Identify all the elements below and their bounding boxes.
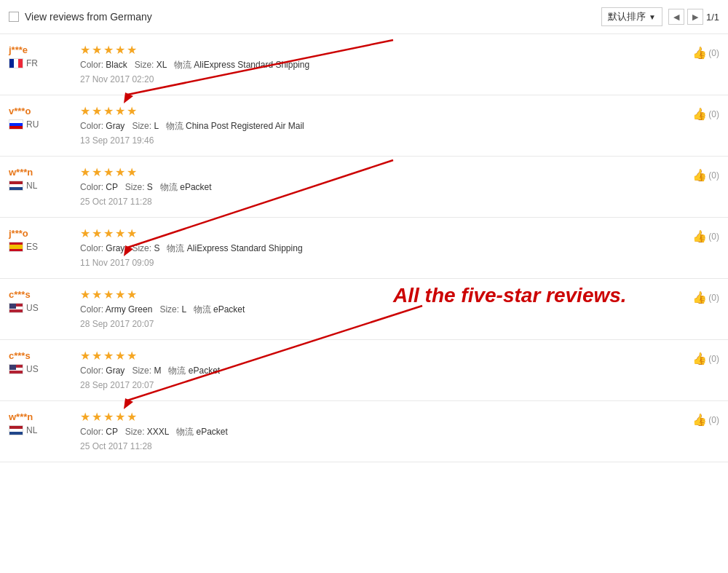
review-meta: Color: CP Size: XXXL 物流 ePacket xyxy=(80,426,676,438)
like-button[interactable]: 👍 xyxy=(692,168,707,182)
size-label: Size: xyxy=(132,243,151,253)
shipping-value: ePacket xyxy=(196,427,227,437)
review-date: 28 Sep 2017 20:07 xyxy=(80,380,676,390)
shipping-value: AliExpress Standard Shipping xyxy=(194,60,309,70)
like-col: 👍 (0) xyxy=(676,289,719,304)
country-flag-icon xyxy=(9,364,23,374)
star-icon: ★ xyxy=(115,167,125,178)
size-label: Size: xyxy=(125,427,145,437)
shipping-label: 物流 xyxy=(174,60,191,70)
color-value: Gray xyxy=(106,121,124,131)
review-item: w***n NL ★★★★★ Color: CP Size: XXXL xyxy=(0,401,728,462)
like-col: 👍 (0) xyxy=(676,350,719,365)
star-icon: ★ xyxy=(80,106,90,117)
sort-dropdown[interactable]: 默认排序 ▼ xyxy=(601,7,662,26)
review-main-col: ★★★★★ Color: Gray Size: M 物流 ePacket 28 … xyxy=(74,350,676,390)
color-value: CP xyxy=(106,182,117,192)
star-icon: ★ xyxy=(80,289,90,301)
size-value: S xyxy=(147,182,153,192)
country-code: RU xyxy=(26,119,39,130)
stars-row: ★★★★★ xyxy=(80,411,676,423)
size-value: M xyxy=(154,365,161,376)
star-icon: ★ xyxy=(103,167,114,178)
username[interactable]: j***e xyxy=(9,44,28,55)
stars-row: ★★★★★ xyxy=(80,167,676,178)
review-date: 28 Sep 2017 20:07 xyxy=(80,319,676,329)
size-value: L xyxy=(154,121,158,131)
like-count: (0) xyxy=(708,354,719,364)
review-item: w***n NL ★★★★★ Color: CP Size: S 物流 xyxy=(0,157,728,218)
color-label: Color: xyxy=(80,365,103,376)
star-icon: ★ xyxy=(127,289,137,301)
size-value: S xyxy=(154,243,159,253)
like-col: 👍 (0) xyxy=(676,44,719,60)
size-label: Size: xyxy=(159,304,179,315)
review-user-col: c***s US xyxy=(9,289,74,313)
review-main-col: ★★★★★ Color: Gray Size: L 物流 China Post … xyxy=(74,106,676,146)
user-country: FR xyxy=(9,58,74,68)
star-icon: ★ xyxy=(103,228,114,240)
like-button[interactable]: 👍 xyxy=(692,413,707,427)
user-country: ES xyxy=(9,242,74,252)
color-value: Gray xyxy=(106,365,124,376)
like-count: (0) xyxy=(708,109,719,119)
username[interactable]: c***s xyxy=(9,289,31,300)
star-icon: ★ xyxy=(80,350,90,362)
like-button[interactable]: 👍 xyxy=(692,291,707,304)
star-icon: ★ xyxy=(103,289,114,301)
stars-row: ★★★★★ xyxy=(80,228,676,240)
star-icon: ★ xyxy=(127,167,137,178)
shipping-value: ePacket xyxy=(180,182,211,192)
user-country: NL xyxy=(9,181,74,191)
review-item: c***s US ★★★★★ Color: Gray Size: M 物 xyxy=(0,340,728,401)
username[interactable]: v***o xyxy=(9,106,31,116)
username[interactable]: j***o xyxy=(9,228,28,239)
like-count: (0) xyxy=(708,415,719,425)
star-icon: ★ xyxy=(92,289,102,301)
review-date: 13 Sep 2017 19:46 xyxy=(80,135,676,146)
review-user-col: j***o ES xyxy=(9,228,74,252)
like-col: 👍 (0) xyxy=(676,106,719,121)
review-main-col: ★★★★★ Color: Black Size: XL 物流 AliExpres… xyxy=(74,44,676,84)
review-user-col: v***o RU xyxy=(9,106,74,130)
like-col: 👍 (0) xyxy=(676,228,719,243)
review-user-col: j***e FR xyxy=(9,44,74,68)
country-code: NL xyxy=(26,425,37,435)
view-germany-checkbox[interactable] xyxy=(9,12,19,22)
username[interactable]: c***s xyxy=(9,350,31,361)
star-icon: ★ xyxy=(127,228,137,240)
like-button[interactable]: 👍 xyxy=(692,229,707,243)
review-item: j***e FR ★★★★★ Color: Black Size: XL xyxy=(0,34,728,95)
stars-row: ★★★★★ xyxy=(80,44,676,56)
star-icon: ★ xyxy=(80,44,90,56)
username[interactable]: w***n xyxy=(9,167,33,178)
like-button[interactable]: 👍 xyxy=(692,352,707,365)
like-button[interactable]: 👍 xyxy=(692,46,707,60)
username[interactable]: w***n xyxy=(9,411,33,422)
country-code: ES xyxy=(26,242,38,252)
prev-page-btn[interactable]: ◀ xyxy=(668,9,684,25)
shipping-label: 物流 xyxy=(194,304,211,315)
user-country: US xyxy=(9,303,74,313)
stars-row: ★★★★★ xyxy=(80,350,676,362)
like-button[interactable]: 👍 xyxy=(692,107,707,121)
review-main-col: ★★★★★ Color: CP Size: S 物流 ePacket 25 Oc… xyxy=(74,167,676,207)
shipping-value: China Post Registered Air Mail xyxy=(186,121,304,131)
size-value: XL xyxy=(157,60,167,70)
star-icon: ★ xyxy=(115,350,125,362)
country-flag-icon xyxy=(9,58,23,68)
star-icon: ★ xyxy=(115,44,125,56)
review-date: 25 Oct 2017 11:28 xyxy=(80,197,676,207)
next-page-btn[interactable]: ▶ xyxy=(687,9,703,25)
review-meta: Color: Gray Size: M 物流 ePacket xyxy=(80,365,676,377)
like-count: (0) xyxy=(708,293,719,303)
review-user-col: w***n NL xyxy=(9,411,74,435)
color-label: Color: xyxy=(80,304,103,315)
country-flag-icon xyxy=(9,425,23,435)
review-date: 11 Nov 2017 09:09 xyxy=(80,258,676,268)
star-icon: ★ xyxy=(80,167,90,178)
country-flag-icon xyxy=(9,242,23,252)
review-meta: Color: Black Size: XL 物流 AliExpress Stan… xyxy=(80,59,676,71)
like-col: 👍 (0) xyxy=(676,167,719,182)
shipping-label: 物流 xyxy=(168,365,186,376)
